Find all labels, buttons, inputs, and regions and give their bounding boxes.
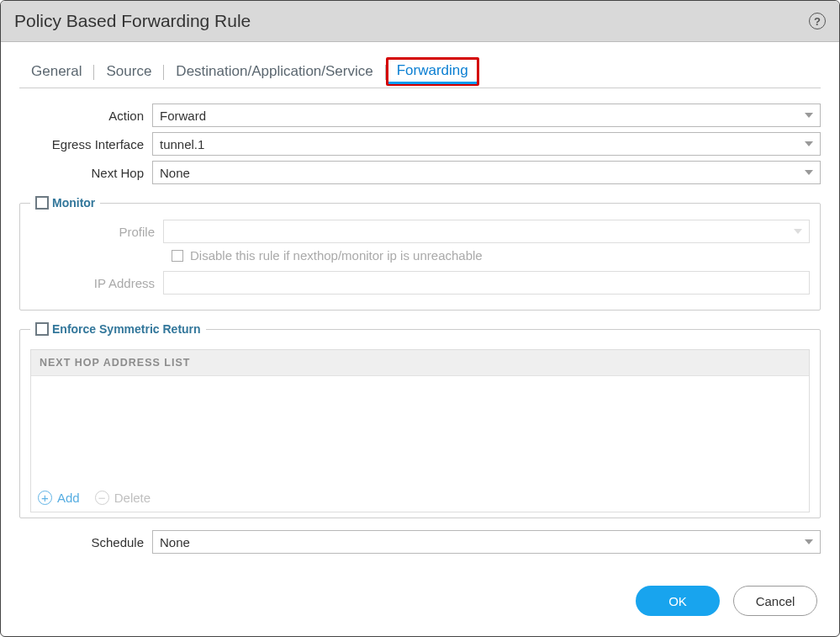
monitor-profile-label: Profile xyxy=(30,225,163,239)
next-hop-select[interactable]: None xyxy=(152,161,821,184)
schedule-value: None xyxy=(160,535,190,549)
tab-destination-application-service[interactable]: Destination/Application/Service xyxy=(164,58,384,87)
monitor-profile-select[interactable] xyxy=(163,220,810,243)
minus-circle-icon: − xyxy=(95,491,109,505)
row-egress-interface: Egress Interface tunnel.1 xyxy=(19,132,821,156)
next-hop-address-list-body xyxy=(31,376,809,486)
help-icon[interactable]: ? xyxy=(809,13,826,29)
next-hop-value: None xyxy=(160,166,190,180)
add-button[interactable]: + Add xyxy=(38,491,80,505)
delete-button-label: Delete xyxy=(114,491,151,505)
dialog-footer: OK Cancel xyxy=(1,571,839,636)
monitor-legend-label: Monitor xyxy=(52,196,95,210)
symmetric-return-checkbox[interactable] xyxy=(35,322,49,336)
egress-interface-label: Egress Interface xyxy=(19,137,152,151)
next-hop-label: Next Hop xyxy=(19,166,152,180)
dialog-title: Policy Based Forwarding Rule xyxy=(14,11,251,31)
action-value: Forward xyxy=(160,109,206,123)
monitor-legend[interactable]: Monitor xyxy=(30,196,100,210)
symmetric-return-legend-label: Enforce Symmetric Return xyxy=(52,322,201,336)
ok-button[interactable]: OK xyxy=(636,586,720,616)
chevron-down-icon xyxy=(805,141,813,146)
plus-circle-icon: + xyxy=(38,491,52,505)
monitor-checkbox[interactable] xyxy=(35,196,49,210)
disable-rule-checkbox[interactable] xyxy=(172,250,183,262)
chevron-down-icon xyxy=(805,113,813,118)
schedule-label: Schedule xyxy=(19,535,152,549)
next-hop-address-list-panel: NEXT HOP ADDRESS LIST + Add − Delete xyxy=(30,349,810,512)
tab-general[interactable]: General xyxy=(19,58,93,87)
action-select[interactable]: Forward xyxy=(152,104,821,127)
row-next-hop: Next Hop None xyxy=(19,161,821,184)
monitor-group: Monitor Profile Disable this rule if nex… xyxy=(19,196,821,311)
dialog-content: General Source Destination/Application/S… xyxy=(1,42,839,571)
dialog-titlebar: Policy Based Forwarding Rule ? xyxy=(1,1,839,42)
tabs: General Source Destination/Application/S… xyxy=(19,57,821,88)
next-hop-address-list-title: NEXT HOP ADDRESS LIST xyxy=(31,350,809,376)
chevron-down-icon xyxy=(805,170,813,175)
cancel-button[interactable]: Cancel xyxy=(733,586,817,616)
row-monitor-profile: Profile xyxy=(30,220,810,243)
row-action: Action Forward xyxy=(19,104,821,127)
tab-source[interactable]: Source xyxy=(94,58,163,87)
tab-forwarding[interactable]: Forwarding xyxy=(386,57,479,86)
egress-interface-select[interactable]: tunnel.1 xyxy=(152,132,821,156)
chevron-down-icon xyxy=(805,539,813,544)
symmetric-return-group: Enforce Symmetric Return NEXT HOP ADDRES… xyxy=(19,322,821,518)
next-hop-address-list-footer: + Add − Delete xyxy=(31,486,809,512)
schedule-select[interactable]: None xyxy=(152,530,821,554)
monitor-ip-address-label: IP Address xyxy=(30,276,163,290)
symmetric-return-legend[interactable]: Enforce Symmetric Return xyxy=(30,322,206,336)
forwarding-form: Action Forward Egress Interface tunnel.1 xyxy=(19,104,821,554)
monitor-ip-address-input[interactable] xyxy=(163,271,810,295)
add-button-label: Add xyxy=(57,491,80,505)
pbf-rule-dialog: Policy Based Forwarding Rule ? General S… xyxy=(0,0,840,637)
row-schedule: Schedule None xyxy=(19,530,821,554)
row-monitor-disable-rule: Disable this rule if nexthop/monitor ip … xyxy=(172,248,810,263)
action-label: Action xyxy=(19,109,152,123)
chevron-down-icon xyxy=(794,229,802,234)
delete-button[interactable]: − Delete xyxy=(95,491,151,505)
egress-interface-value: tunnel.1 xyxy=(160,137,204,151)
disable-rule-label: Disable this rule if nexthop/monitor ip … xyxy=(190,248,483,263)
row-monitor-ip-address: IP Address xyxy=(30,271,810,295)
